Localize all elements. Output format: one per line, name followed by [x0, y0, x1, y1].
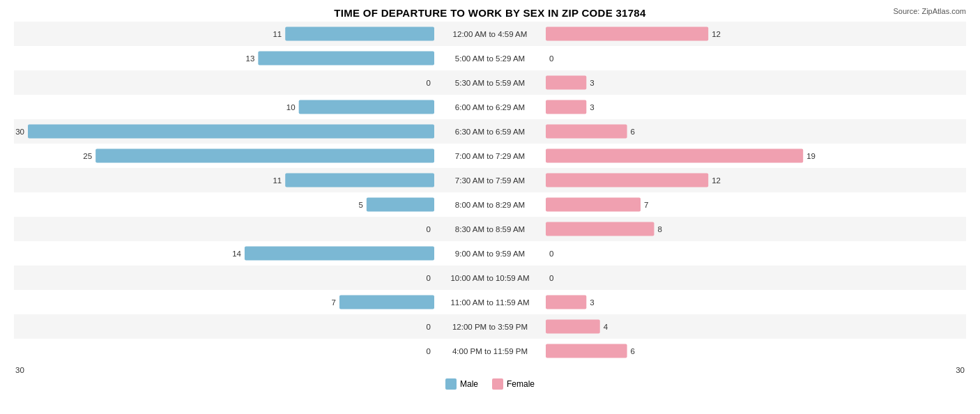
svg-rect-29 [95, 149, 434, 163]
svg-text:0: 0 [427, 323, 431, 331]
svg-rect-1 [285, 27, 434, 41]
svg-rect-7 [258, 52, 434, 66]
source-label: Source: ZipAtlas.com [893, 7, 966, 15]
chart-legend: Male Female [14, 378, 966, 390]
svg-rect-72 [546, 344, 627, 358]
svg-text:0: 0 [549, 274, 553, 282]
chart-title: TIME OF DEPARTURE TO WORK BY SEX IN ZIP … [14, 7, 966, 19]
svg-text:0: 0 [427, 225, 431, 233]
svg-rect-30 [546, 149, 803, 163]
svg-rect-17 [299, 100, 434, 114]
svg-text:7:00 AM to 7:29 AM: 7:00 AM to 7:29 AM [455, 152, 525, 160]
svg-text:7: 7 [644, 201, 648, 209]
legend-female-label: Female [507, 379, 535, 389]
main-chart: 12:00 AM to 4:59 AM11125:00 AM to 5:29 A… [14, 22, 966, 363]
axis-right: 30 [956, 366, 965, 374]
svg-text:9:00 AM to 9:59 AM: 9:00 AM to 9:59 AM [455, 250, 525, 258]
svg-text:6:30 AM to 6:59 AM: 6:30 AM to 6:59 AM [455, 128, 525, 136]
svg-text:12: 12 [712, 30, 721, 38]
svg-text:3: 3 [590, 298, 594, 307]
axis-left: 30 [15, 366, 24, 374]
svg-text:12: 12 [712, 176, 721, 185]
legend-female: Female [492, 378, 535, 390]
svg-text:6: 6 [631, 128, 635, 136]
svg-text:4: 4 [604, 323, 608, 331]
axis-labels: 30 30 [14, 366, 966, 374]
svg-text:5: 5 [358, 201, 362, 209]
svg-rect-62 [546, 296, 586, 309]
chart-container: TIME OF DEPARTURE TO WORK BY SEX IN ZIP … [0, 0, 980, 414]
svg-text:19: 19 [806, 152, 816, 160]
male-color-box [445, 378, 457, 390]
svg-text:10: 10 [286, 103, 296, 112]
svg-text:5:00 AM to 5:29 AM: 5:00 AM to 5:29 AM [455, 54, 525, 63]
svg-rect-61 [339, 296, 434, 309]
legend-male: Male [445, 378, 478, 390]
svg-text:30: 30 [15, 128, 24, 136]
svg-rect-24 [546, 125, 627, 139]
svg-rect-18 [546, 100, 586, 114]
svg-text:5:30 AM to 5:59 AM: 5:30 AM to 5:59 AM [455, 79, 525, 87]
svg-text:25: 25 [83, 152, 92, 160]
svg-rect-12 [546, 76, 586, 90]
svg-rect-2 [546, 27, 708, 41]
legend-male-label: Male [460, 379, 478, 389]
svg-text:6:00 AM to 6:29 AM: 6:00 AM to 6:29 AM [455, 103, 525, 112]
svg-text:7: 7 [332, 298, 336, 307]
svg-text:0: 0 [549, 250, 553, 258]
svg-text:8:00 AM to 8:29 AM: 8:00 AM to 8:29 AM [455, 201, 525, 209]
svg-text:10:00 AM to 10:59 AM: 10:00 AM to 10:59 AM [450, 274, 529, 282]
svg-text:12:00 PM to 3:59 PM: 12:00 PM to 3:59 PM [452, 323, 528, 331]
svg-rect-42 [546, 198, 641, 212]
svg-text:13: 13 [246, 54, 255, 63]
svg-text:3: 3 [590, 103, 594, 112]
svg-text:11: 11 [273, 176, 282, 185]
svg-text:11: 11 [273, 30, 282, 38]
svg-rect-36 [546, 174, 708, 187]
svg-text:0: 0 [427, 79, 431, 87]
svg-rect-41 [367, 198, 434, 212]
svg-rect-23 [28, 125, 434, 139]
svg-text:11:00 AM to 11:59 AM: 11:00 AM to 11:59 AM [450, 298, 529, 307]
svg-text:8: 8 [657, 225, 661, 233]
svg-rect-35 [285, 174, 434, 187]
female-color-box [492, 378, 503, 390]
svg-text:12:00 AM to 4:59 AM: 12:00 AM to 4:59 AM [453, 30, 528, 38]
svg-text:4:00 PM to 11:59 PM: 4:00 PM to 11:59 PM [452, 347, 528, 355]
svg-text:14: 14 [232, 250, 241, 258]
svg-text:0: 0 [549, 54, 553, 63]
svg-text:6: 6 [631, 347, 635, 355]
svg-rect-67 [546, 320, 600, 334]
svg-text:7:30 AM to 7:59 AM: 7:30 AM to 7:59 AM [455, 176, 525, 185]
svg-text:0: 0 [427, 347, 431, 355]
svg-text:3: 3 [590, 79, 594, 87]
svg-text:8:30 AM to 8:59 AM: 8:30 AM to 8:59 AM [455, 225, 525, 233]
svg-text:0: 0 [427, 274, 431, 282]
svg-rect-47 [546, 222, 654, 236]
svg-rect-52 [245, 247, 434, 261]
